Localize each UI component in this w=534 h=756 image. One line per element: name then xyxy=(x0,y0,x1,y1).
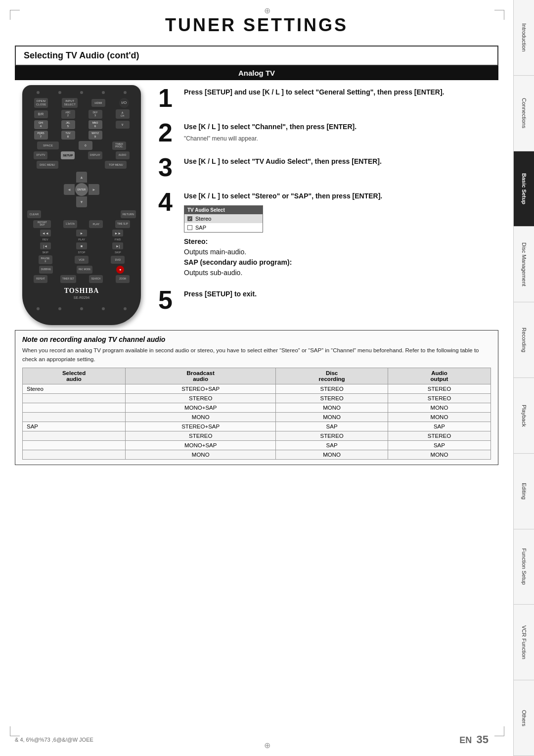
section-header: Selecting TV Audio (cont'd) xyxy=(15,46,498,66)
btn-setup[interactable]: SETUP xyxy=(61,151,75,159)
btn-audio[interactable]: AUDIO xyxy=(116,151,130,159)
btn-disc-menu[interactable]: DISC MENU xyxy=(37,161,58,169)
dpad-down[interactable]: ▼ xyxy=(76,196,87,207)
btn-time-slip[interactable]: TIME SLIP xyxy=(115,220,130,228)
cell-output: MONO xyxy=(388,403,490,412)
cell-output: SAP xyxy=(388,440,490,450)
btn-repeat[interactable]: REPEAT xyxy=(34,275,47,283)
cell-broadcast: MONO+SAP xyxy=(126,440,276,450)
note-title: Note on recording analog TV channel audi… xyxy=(22,335,491,343)
table-row: MONO MONO MONO xyxy=(23,450,491,459)
btn-dvd[interactable]: DVD xyxy=(111,256,125,264)
btn-def[interactable]: DEF3 xyxy=(89,110,102,119)
btn-rec[interactable]: ● xyxy=(116,266,124,274)
dpad-right[interactable]: ► xyxy=(89,184,99,195)
btn-mno[interactable]: MNO6 xyxy=(89,120,102,129)
btn-open-close[interactable]: OPEN/CLOSE xyxy=(34,98,48,107)
btn-stop[interactable]: ■ xyxy=(76,242,87,249)
cell-selected-audio xyxy=(23,412,126,422)
btn-b-r[interactable]: B/R xyxy=(34,110,48,118)
step-1: 1 Press [SETUP] and use [K / L ] to sele… xyxy=(158,85,498,111)
btn-pqrs[interactable]: PQRS7 xyxy=(34,131,48,140)
page-title: TUNER SETTINGS xyxy=(0,0,513,46)
note-box: Note on recording analog TV channel audi… xyxy=(15,330,498,465)
btn-space[interactable]: SPACE xyxy=(37,142,59,149)
btn-timer-prog[interactable]: TIMERPROG. xyxy=(112,142,126,150)
cell-selected-audio xyxy=(23,450,126,459)
btn-wxyz[interactable]: WXYZ9 xyxy=(89,131,102,140)
btn-timer-set[interactable]: TIMER SET xyxy=(60,275,76,283)
checkbox-sap xyxy=(187,225,192,230)
btn-dtv-tv[interactable]: DTV/TV xyxy=(34,151,47,159)
sidebar-tab-playback[interactable]: Playback xyxy=(514,378,534,454)
btn-dubbing[interactable]: DUBBING xyxy=(39,266,53,274)
btn-skip-fwd[interactable]: ►| xyxy=(112,242,123,249)
btn-power[interactable]: I/O xyxy=(119,98,129,108)
btn-rec-mode[interactable]: REC MODE xyxy=(77,266,92,274)
btn-jkl[interactable]: JKL5 xyxy=(61,120,75,129)
btn-1-3x[interactable]: 1.3x/0.8x xyxy=(63,220,77,228)
btn-pause[interactable]: PAUSEII xyxy=(39,255,52,264)
cell-selected-audio xyxy=(23,440,126,450)
sidebar-tab-editing[interactable]: Editing xyxy=(514,454,534,529)
sidebar-tab-basic-setup[interactable]: Basic Setup xyxy=(514,151,534,227)
table-row: MONO+SAP SAP SAP xyxy=(23,440,491,450)
btn-skip-back[interactable]: |◄ xyxy=(40,242,51,249)
step-4-content: Use [K / L ] to select "Stereo" or "SAP"… xyxy=(184,189,498,278)
sidebar-tab-function-setup[interactable]: Function Setup xyxy=(514,529,534,605)
cell-disc: STEREO xyxy=(276,431,388,440)
btn-ghi[interactable]: GHI4 xyxy=(34,120,48,129)
btn-hdmi[interactable]: HDMI xyxy=(91,99,105,107)
cell-broadcast: MONO+SAP xyxy=(126,403,276,412)
cell-selected-audio xyxy=(23,393,126,403)
btn-ch-up[interactable]: ∧CH xyxy=(116,109,130,119)
footer-code: & 4, 6%@%73 ,6@&/@W JOEE xyxy=(15,737,93,743)
stereo-label: Stereo xyxy=(195,216,211,222)
step-5-text: Press [SETUP] to exit. xyxy=(184,289,498,299)
dpad-enter[interactable]: ENTER xyxy=(75,183,88,196)
btn-input-select[interactable]: INPUTSELECT xyxy=(62,98,77,107)
remote-row-dub: DUBBING REC MODE ● xyxy=(27,266,136,274)
btn-tuv[interactable]: TUV8 xyxy=(61,131,75,140)
cell-selected-audio: SAP xyxy=(23,422,126,431)
btn-fwd[interactable]: ►► xyxy=(112,230,123,236)
sidebar-tab-disc-management[interactable]: Disc Management xyxy=(514,227,534,302)
tv-audio-item-sap[interactable]: SAP xyxy=(184,223,263,232)
btn-clear[interactable]: CLEAR xyxy=(27,210,41,218)
cell-selected-audio xyxy=(23,431,126,440)
remote-brand: TOSHIBA xyxy=(27,287,136,295)
btn-instant-skip[interactable]: INSTANTSKIP xyxy=(33,220,51,228)
btn-top-menu[interactable]: TOP MENU xyxy=(105,161,127,169)
btn-display[interactable]: DISPLAY xyxy=(88,151,102,159)
btn-ch-down[interactable]: ∨ xyxy=(116,121,130,129)
dpad-left[interactable]: ◄ xyxy=(64,184,75,195)
analog-tv-bar: Analog TV xyxy=(15,66,498,80)
cell-disc: SAP xyxy=(276,440,388,450)
audio-notes: Stereo:Outputs main-audio. SAP (secondar… xyxy=(184,236,498,278)
note-text: When you record an analog TV program ava… xyxy=(22,346,491,364)
tv-audio-item-stereo[interactable]: ✓ Stereo xyxy=(184,214,263,223)
btn-play2[interactable]: ► xyxy=(76,230,87,236)
btn-abc[interactable]: ABC2 xyxy=(61,110,75,119)
remote-row-3: GHI4 JKL5 MNO6 ∨ xyxy=(27,120,136,129)
remote-col: OPEN/CLOSE INPUTSELECT HDMI I/O B/R ABC2… xyxy=(15,85,148,325)
remote-row-instant: INSTANTSKIP 1.3x/0.8x PLAY TIME SLIP xyxy=(27,220,136,228)
sidebar-tab-connections[interactable]: Connections xyxy=(514,76,534,151)
btn-zoom[interactable]: ZOOM xyxy=(116,275,130,283)
dpad-up[interactable]: ▲ xyxy=(76,172,87,183)
btn-rev[interactable]: ◄◄ xyxy=(40,230,51,236)
sidebar-tab-introduction[interactable]: Introduction xyxy=(514,0,534,76)
step-3-content: Use [K / L ] to select "TV Audio Select"… xyxy=(184,154,498,167)
btn-return[interactable]: RETURN xyxy=(121,210,136,218)
sidebar-tab-recording[interactable]: Recording xyxy=(514,302,534,378)
step-5: 5 Press [SETUP] to exit. xyxy=(158,287,498,313)
step-1-text: Press [SETUP] and use [K / L ] to select… xyxy=(184,87,498,97)
step-2-subnote: "Channel" menu will appear. xyxy=(184,134,498,143)
btn-vcr[interactable]: VCR xyxy=(75,256,89,264)
sidebar-tab-vcr-function[interactable]: VCR Function xyxy=(514,605,534,680)
cell-disc: STEREO xyxy=(276,384,388,393)
btn-0[interactable]: 0 xyxy=(79,141,92,150)
sidebar-tab-others[interactable]: Others xyxy=(514,680,534,756)
btn-play[interactable]: PLAY xyxy=(89,220,103,228)
btn-search[interactable]: SEARCH xyxy=(89,275,103,283)
